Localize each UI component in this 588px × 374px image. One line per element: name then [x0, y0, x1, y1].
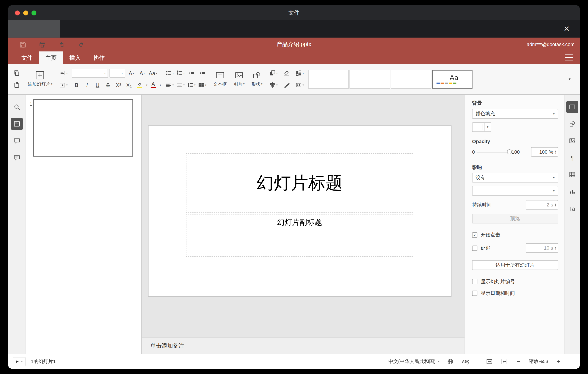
horizontal-align-button[interactable]: ▾	[165, 80, 174, 90]
slides-panel-icon[interactable]	[11, 118, 23, 130]
close-icon[interactable]: ×	[561, 22, 572, 35]
slide-settings-icon[interactable]	[566, 101, 578, 113]
chat-icon[interactable]	[11, 152, 23, 164]
theme-tile-selected[interactable]: Aa	[432, 70, 472, 88]
gallery-expand-icon[interactable]: ▾	[565, 77, 575, 81]
tab-home[interactable]: 主页	[39, 51, 63, 64]
spinner-arrows-icon[interactable]: ▴▾	[555, 246, 556, 250]
font-color-button[interactable]: A	[148, 80, 158, 90]
show-slide-number-checkbox[interactable]	[472, 279, 477, 284]
image-settings-icon[interactable]	[566, 135, 578, 147]
duration-input[interactable]: 2 s ▴▾	[526, 200, 558, 209]
superscript-button[interactable]: X²	[114, 80, 123, 90]
spellcheck-icon[interactable]: ABC ✓	[461, 358, 470, 365]
table-settings-icon[interactable]	[566, 169, 578, 181]
line-spacing-button[interactable]: ▾	[187, 80, 196, 90]
language-select[interactable]: 中文(中华人民共和国) ▾	[388, 358, 440, 365]
zoom-window-button[interactable]	[32, 11, 36, 15]
delay-checkbox[interactable]	[472, 245, 477, 251]
slide[interactable]: 幻灯片标题 幻灯片副标题	[148, 126, 451, 296]
copy-icon[interactable]	[12, 68, 21, 78]
show-date-time-checkbox[interactable]	[472, 291, 477, 296]
close-window-button[interactable]	[15, 11, 20, 15]
add-slide-button[interactable]: 添加幻灯片▾	[25, 67, 55, 91]
increase-font-button[interactable]: A▴	[127, 68, 136, 78]
decrease-font-button[interactable]: A▾	[137, 68, 147, 78]
theme-tile-1[interactable]	[308, 70, 348, 88]
redo-icon[interactable]	[76, 40, 86, 49]
fill-type-select[interactable]: 颜色填充 ▾	[472, 109, 558, 119]
insert-shape-button[interactable]: 形状▾	[249, 67, 265, 91]
italic-button[interactable]: I	[82, 80, 92, 90]
slide-subtitle-placeholder[interactable]: 幻灯片副标题	[186, 214, 413, 257]
search-icon[interactable]	[11, 101, 23, 113]
traffic-lights	[15, 11, 36, 15]
font-name-select[interactable]: ▾	[72, 68, 108, 77]
save-icon[interactable]	[18, 40, 28, 49]
numbering-button[interactable]: ▾	[176, 68, 185, 78]
fit-to-slide-icon[interactable]	[485, 357, 494, 365]
vertical-align-button[interactable]: ▾	[176, 80, 185, 90]
slide-size-button[interactable]: ▾	[295, 80, 304, 90]
opacity-slider[interactable]	[477, 152, 510, 152]
insert-textbox-button[interactable]: 文本框	[211, 67, 230, 91]
strikethrough-button[interactable]: S	[103, 80, 113, 90]
delay-input[interactable]: 10 s ▴▾	[526, 243, 558, 253]
right-sidebar: ¶ Ta	[564, 95, 580, 354]
align-shape-button[interactable]: ▾	[269, 80, 278, 90]
preview-button[interactable]: 预览	[472, 214, 558, 223]
fill-color-picker[interactable]: ▾	[472, 122, 491, 132]
change-case-button[interactable]: Aa▾	[148, 68, 158, 78]
comments-icon[interactable]	[11, 135, 23, 147]
effect-type-select[interactable]: ▾	[472, 186, 558, 196]
spinner-arrows-icon[interactable]: ▴▾	[555, 150, 556, 154]
start-slideshow-button[interactable]: ▾	[59, 80, 68, 90]
columns-button[interactable]: ▾	[198, 80, 207, 90]
print-icon[interactable]	[38, 40, 47, 49]
undo-icon[interactable]	[57, 40, 66, 49]
paste-icon[interactable]	[12, 80, 21, 90]
tab-collaboration[interactable]: 协作	[87, 51, 111, 64]
bullets-button[interactable]: ▾	[165, 68, 174, 78]
arrange-shape-button[interactable]: ▾	[269, 68, 278, 78]
opacity-input[interactable]: 100 % ▴▾	[531, 147, 558, 157]
font-size-select[interactable]: ▾	[109, 68, 125, 77]
minimize-window-button[interactable]	[23, 11, 28, 15]
theme-tile-3[interactable]	[390, 70, 431, 88]
effect-select[interactable]: 没有 ▾	[472, 173, 558, 183]
decrease-indent-button[interactable]	[187, 68, 196, 78]
increase-indent-button[interactable]	[198, 68, 207, 78]
start-slideshow-status-button[interactable]: ▶ ▾	[13, 357, 25, 366]
zoom-in-button[interactable]: +	[555, 358, 562, 365]
color-scheme-button[interactable]: ▾	[295, 68, 304, 78]
insert-image-button[interactable]: 图片▾	[231, 67, 247, 91]
highlight-color-button[interactable]	[135, 80, 144, 90]
chevron-down-icon: ▾	[303, 83, 304, 86]
play-icon: ▶	[16, 359, 19, 363]
copy-style-icon[interactable]	[282, 80, 291, 90]
textart-settings-icon[interactable]: Ta	[566, 202, 578, 215]
apply-to-all-button[interactable]: 适用于所有幻灯片	[472, 260, 558, 270]
underline-button[interactable]: U	[93, 80, 102, 90]
clear-style-icon[interactable]	[282, 68, 291, 78]
chevron-down-icon: ▾	[183, 83, 185, 86]
start-on-click-checkbox[interactable]: ✓	[472, 232, 477, 238]
tab-file[interactable]: 文件	[15, 51, 39, 64]
slide-thumbnail[interactable]	[33, 99, 133, 157]
shape-settings-icon[interactable]	[566, 118, 578, 130]
change-layout-button[interactable]: ▾	[59, 68, 68, 78]
tab-insert[interactable]: 插入	[63, 51, 87, 64]
fit-to-width-icon[interactable]	[500, 357, 508, 365]
set-language-icon[interactable]	[446, 357, 454, 365]
paragraph-settings-icon[interactable]: ¶	[566, 152, 578, 164]
menu-icon[interactable]	[565, 54, 573, 60]
subscript-button[interactable]: X₂	[124, 80, 134, 90]
spinner-arrows-icon[interactable]: ▴▾	[555, 203, 556, 207]
slide-title-placeholder[interactable]: 幻灯片标题	[186, 153, 413, 213]
chart-settings-icon[interactable]	[566, 186, 578, 198]
zoom-out-button[interactable]: −	[515, 358, 522, 365]
slider-handle[interactable]	[507, 149, 512, 154]
notes-area[interactable]: 单击添加备注	[142, 338, 464, 354]
theme-tile-2[interactable]	[349, 70, 390, 88]
bold-button[interactable]: B	[72, 80, 81, 90]
